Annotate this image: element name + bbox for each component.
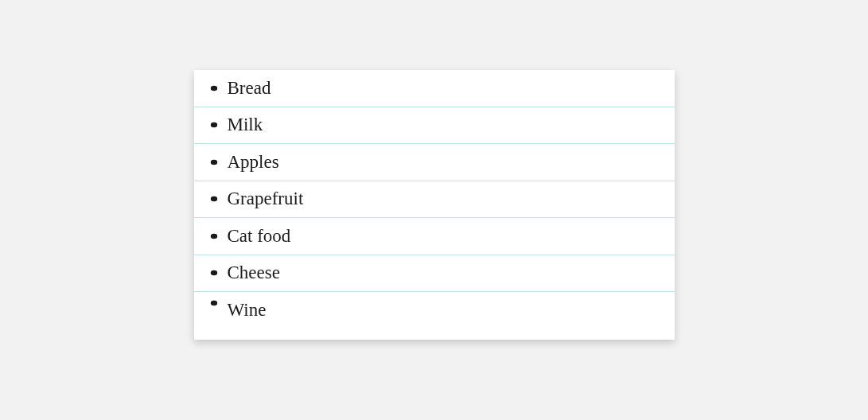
bullet-icon bbox=[210, 122, 218, 128]
svg-point-4 bbox=[210, 234, 216, 239]
list-item-label: Wine bbox=[228, 300, 267, 321]
svg-point-6 bbox=[210, 301, 216, 305]
list-item: Grapefruit bbox=[194, 181, 675, 219]
svg-point-5 bbox=[210, 270, 216, 275]
list-item-label: Grapefruit bbox=[228, 189, 304, 209]
list-item: Milk bbox=[194, 107, 675, 145]
list-item: Cheese bbox=[194, 255, 675, 293]
svg-point-0 bbox=[210, 86, 216, 91]
svg-point-2 bbox=[210, 160, 216, 165]
note-card: Bread Milk Apples Grapefruit Cat food bbox=[194, 70, 675, 340]
list-item-label: Milk bbox=[228, 115, 263, 135]
bullet-icon bbox=[210, 196, 218, 202]
shopping-list: Bread Milk Apples Grapefruit Cat food bbox=[194, 70, 675, 340]
bullet-icon bbox=[210, 85, 218, 91]
bullet-icon bbox=[210, 159, 218, 165]
list-item-label: Apples bbox=[228, 152, 279, 173]
list-item: Apples bbox=[194, 144, 675, 181]
list-item-label: Cat food bbox=[228, 226, 291, 247]
list-item: Wine bbox=[194, 292, 675, 340]
list-item: Bread bbox=[194, 70, 675, 107]
svg-point-3 bbox=[210, 196, 216, 201]
list-item-label: Bread bbox=[228, 78, 271, 99]
bullet-icon bbox=[210, 300, 218, 306]
list-item-label: Cheese bbox=[228, 262, 280, 283]
svg-point-1 bbox=[210, 122, 216, 127]
bullet-icon bbox=[210, 270, 218, 276]
bullet-icon bbox=[210, 233, 218, 239]
list-item: Cat food bbox=[194, 218, 675, 255]
